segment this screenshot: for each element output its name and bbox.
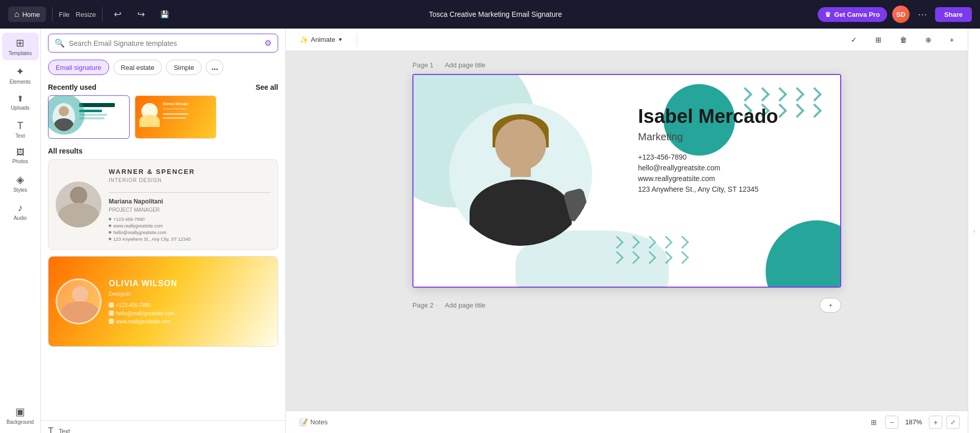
right-collapse-panel[interactable]: › [968,29,980,433]
nav-text[interactable]: T Text [2,116,39,143]
sig-photo-container [449,103,592,246]
bchevron-7 [627,251,640,264]
recently-used-templates: Isabel Mercado [41,95,285,145]
user-avatar[interactable]: SD [892,6,910,23]
nav-audio[interactable]: ♪ Audio [2,198,39,225]
fullscreen-icon: ⤢ [950,419,955,426]
search-input[interactable] [69,39,260,47]
filter-real-estate[interactable]: Real estate [113,60,162,75]
nav-styles[interactable]: ◈ Styles [2,169,39,197]
all-results-label: All results [48,147,83,155]
search-icon: 🔍 [55,38,65,48]
filter-icon[interactable]: ⚙ [264,38,272,48]
template-card-2[interactable]: OLIVIA WILSON Designer +123-456-7890 hel… [48,256,278,347]
chevron-1 [738,87,752,101]
notes-label: Notes [310,418,328,426]
copy-icon: ⊕ [925,36,932,44]
checkmark-icon: ✓ [851,36,857,44]
text-nav-label: Text [15,133,24,139]
resize-button[interactable]: Resize [76,11,96,18]
card2-website: www.reallygreatsite.com [116,319,171,324]
zoom-minus-button[interactable]: − [885,416,898,429]
sub-toolbar-options[interactable]: ✓ [844,33,864,47]
card2-name: OLIVIA WILSON [109,279,271,288]
sub-toolbar-delete[interactable]: 🗑 [893,33,914,47]
page2-add-button[interactable]: + [820,298,841,313]
sig-person-name: Isabel Mercado [638,106,822,128]
nav-uploads[interactable]: ⬆ Uploads [2,90,39,115]
animate-button[interactable]: ✨ Animate ▼ [293,33,350,47]
page1-number: Page 1 - [412,61,439,69]
template-thumb-1[interactable]: Isabel Mercado [48,95,130,139]
card1-address: 123 Anywhere St., Any City, ST 12345 [113,237,191,242]
sig-chevrons-bottom [612,238,687,262]
card1-website-icon [109,224,111,227]
zoom-plus-button[interactable]: + [929,416,942,429]
bchevron-5 [676,236,689,248]
nav-templates[interactable]: ⊞ Templates [2,33,39,60]
card2-email-row: hello@reallygreatsite.com [109,311,271,316]
email-signature-canvas[interactable]: 🗑 ⊞ ⊕ + [412,74,841,288]
sub-toolbar-copy[interactable]: ⊕ [919,33,938,47]
card2-phone-row: +123-456-7890 [109,302,271,308]
card1-address-row: 123 Anywhere St., Any City, ST 12345 [109,237,271,242]
show-more-pages-button[interactable]: ⊞ [867,416,881,428]
toolbar-separator-1 [52,7,53,21]
card1-phone-row: +123-456-7890 [109,217,271,222]
chevron-4 [790,87,804,101]
nav-photos[interactable]: 🖼 Photos [2,144,39,168]
filter-email-signature[interactable]: Email signature [48,60,109,75]
all-results-header: All results [41,145,285,159]
sig-text-area: Isabel Mercado Marketing +123-456-7890 h… [638,106,822,193]
card2-email: hello@reallygreatsite.com [116,311,175,316]
page2-number: Page 2 - [412,301,439,309]
page1-title-input[interactable] [445,61,531,69]
bchevron-1 [610,236,623,248]
undo-icon: ↩ [114,9,121,20]
template-card-1[interactable]: WARNER & SPENCER INTERIOR DESIGN Mariana… [48,159,278,250]
grid-icon: ⊞ [875,36,881,44]
recently-used-header: Recently used See all [41,80,285,95]
filter-simple[interactable]: Simple [166,60,202,75]
redo-button[interactable]: ↪ [132,6,150,23]
search-bar-wrapper: 🔍 ⚙ [48,34,278,53]
card1-email-row: hello@reallygreatsite.com [109,230,271,235]
text-tool-icon: T [48,426,54,433]
card1-company: WARNER & SPENCER [109,168,271,175]
fullscreen-button[interactable]: ⤢ [946,416,960,429]
more-options-button[interactable]: ⋯ [915,7,930,22]
get-canva-pro-button[interactable]: ♛ Get Canva Pro [818,7,887,22]
file-button[interactable]: File [59,11,69,18]
share-button[interactable]: Share [935,7,972,22]
zoom-plus-icon: + [934,418,938,426]
template-thumb-2[interactable]: Donna Stroupe General Manager [135,95,216,139]
undo-button[interactable]: ↩ [109,6,126,23]
sub-toolbar-add[interactable]: + [943,33,961,47]
text-tool[interactable]: T Text [41,421,285,433]
bchevron-9 [659,251,672,264]
home-button[interactable]: ⌂ Home [8,7,46,22]
nav-elements[interactable]: ✦ Elements [2,61,39,89]
sig-person-body [470,180,572,246]
filter-more[interactable]: ... [206,60,224,75]
elements-nav-label: Elements [10,79,31,85]
page2-title-input[interactable] [445,301,531,309]
zoom-value-display[interactable]: 187% [902,418,925,426]
card2-website-row: www.reallygreatsite.com [109,319,271,324]
sig-contact-info: +123-456-7890 hello@reallygreatsite.com … [638,153,822,193]
search-container: 🔍 ⚙ [41,29,285,57]
recently-used-label: Recently used [48,83,96,91]
nav-background[interactable]: ▣ Background [2,401,39,429]
card2-role: Designer [109,291,271,297]
sig-phone: +123-456-7890 [638,153,822,161]
page2-title-row: Page 2 - + [412,298,841,313]
see-all-link[interactable]: See all [256,83,278,91]
notes-button[interactable]: 📝 Notes [294,416,333,428]
save-icon: 💾 [160,10,169,18]
zoom-minus-icon: − [890,418,894,426]
sub-toolbar-grid[interactable]: ⊞ [869,33,888,47]
card1-phone-icon [109,218,111,220]
save-button[interactable]: 💾 [156,6,173,23]
design-title: Tosca Creative Marketing Email Signature [179,10,812,18]
photos-nav-label: Photos [12,159,28,164]
